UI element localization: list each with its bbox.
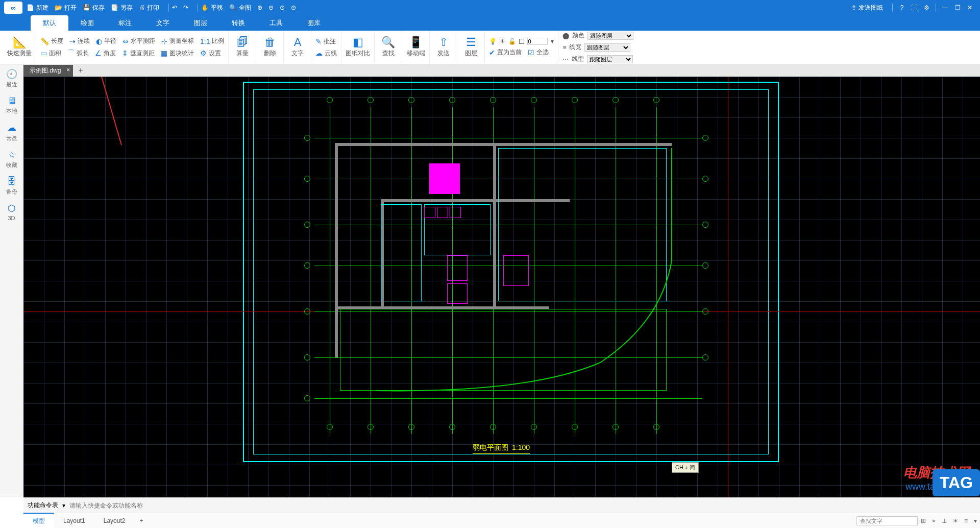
layer-selector[interactable]: 💡☀🔓 ▾ [489, 38, 554, 45]
drawing-canvas[interactable]: 弱电平面图 1:100 CH ♪ 简 电脑技术网 www.tagxp.com T… [23, 77, 980, 497]
scale-button[interactable]: 1:1比例 [200, 37, 224, 45]
quick-measure-button[interactable]: 📐 快速测量 [3, 31, 36, 64]
layout-tab-2[interactable]: Layout2 [94, 514, 135, 527]
sidebar-recent[interactable]: 🕘最近 [6, 68, 17, 88]
add-layout-button[interactable]: + [134, 517, 148, 524]
titlebar-print[interactable]: 🖨打印 [139, 4, 159, 12]
status-polar-icon[interactable]: ✶ [950, 517, 961, 524]
status-snap-icon[interactable]: ⌖ [929, 517, 939, 524]
zoom-in-button[interactable]: ⊕ [257, 4, 262, 11]
sidebar-3d[interactable]: ⬡3D [8, 203, 16, 221]
layer-name-input[interactable] [527, 38, 548, 45]
radius-button[interactable]: ◐半径 [96, 37, 116, 45]
comment-button[interactable]: ✎批注 [315, 37, 336, 46]
continuous-button[interactable]: ⇢连续 [69, 37, 90, 45]
file-tab[interactable]: 示例图.dwg× [23, 65, 73, 77]
tab-draw[interactable]: 绘图 [68, 15, 106, 31]
fullscreen-button[interactable]: ⛶ [908, 4, 920, 11]
zoom-window-icon: ⊙ [280, 4, 285, 11]
color-select[interactable]: 跟随图层 [587, 32, 633, 40]
status-ortho-icon[interactable]: ⊥ [939, 517, 950, 524]
status-grid-icon[interactable]: ⊞ [918, 517, 929, 524]
titlebar-new[interactable]: 📄新建 [27, 4, 48, 12]
find-text-input[interactable] [856, 516, 918, 525]
delete-button[interactable]: 🗑删除 [256, 31, 284, 64]
plan-title: 弱电平面图 1:100 [473, 443, 530, 454]
add-tab-button[interactable]: + [73, 66, 88, 75]
print-icon: 🖨 [139, 4, 145, 11]
cloud-button[interactable]: ☁云线 [315, 49, 337, 58]
command-label[interactable]: 功能命令表 [28, 501, 58, 510]
layout-tab-model[interactable]: 模型 [23, 513, 54, 528]
linetype-icon: ⋯ [562, 56, 569, 63]
text-button[interactable]: A文字 [284, 31, 311, 64]
set-current-button[interactable]: ✔置为当前 [489, 48, 522, 57]
sidebar-local[interactable]: 🖥本地 [6, 95, 17, 115]
hdist-icon: ⇔ [122, 37, 129, 45]
sidebar-cloud[interactable]: ☁云盘 [6, 122, 17, 142]
layer-button[interactable]: ☰图层 [457, 31, 485, 64]
sidebar-favorite[interactable]: ☆收藏 [6, 149, 17, 169]
mobile-button[interactable]: 📱移动端 [402, 31, 430, 64]
angle-button[interactable]: ∠角度 [95, 49, 116, 58]
settings-button[interactable]: ⚙ [920, 4, 933, 11]
tab-text[interactable]: 文字 [144, 15, 182, 31]
titlebar-open[interactable]: 📂打开 [55, 4, 77, 12]
tab-tools[interactable]: 工具 [257, 15, 295, 31]
command-input[interactable] [69, 502, 274, 509]
close-button[interactable]: ✕ [964, 4, 976, 11]
settings-button[interactable]: ⚙设置 [200, 49, 221, 58]
fullscreen-icon: ⛶ [911, 4, 917, 11]
tab-default[interactable]: 默认 [31, 15, 68, 31]
zoom-out-button[interactable]: ⊖ [268, 4, 274, 11]
separator [936, 4, 936, 12]
coord-icon: ⊹ [161, 37, 167, 45]
sidebar-backup[interactable]: 🗄备份 [6, 176, 17, 196]
status-more-icon[interactable]: ▾ [971, 517, 980, 524]
lineweight-select[interactable]: 跟随图层 [584, 43, 630, 52]
chevron-down-icon[interactable]: ▾ [551, 38, 554, 45]
vdist-button[interactable]: ⇕垂直测距 [122, 49, 155, 58]
blockstat-button[interactable]: ▦图块统计 [161, 49, 194, 58]
close-tab-icon[interactable]: × [66, 66, 70, 74]
tab-annotation[interactable]: 标注 [106, 15, 144, 31]
help-button[interactable]: ? [896, 4, 908, 11]
fit-button[interactable]: 🔍全图 [229, 4, 251, 12]
tab-layer[interactable]: 图层 [182, 15, 219, 31]
layout-tab-1[interactable]: Layout1 [54, 514, 94, 527]
zoom-reset-button[interactable]: ⊝ [291, 4, 296, 11]
tab-convert[interactable]: 转换 [219, 15, 257, 31]
select-all-button[interactable]: ☑全选 [528, 48, 549, 57]
chevron-down-icon[interactable]: ▾ [62, 502, 65, 509]
calc-icon: 🗐 [237, 37, 248, 48]
compare-icon: ◧ [353, 37, 363, 48]
redo-button[interactable]: ↷ [183, 4, 188, 11]
titlebar-saveas[interactable]: 📑另存 [111, 4, 133, 12]
area-button[interactable]: ▭面积 [40, 49, 61, 58]
calc-button[interactable]: 🗐算量 [229, 31, 256, 64]
compare-button[interactable]: ◧图纸对比 [341, 31, 375, 64]
send-drawing-button[interactable]: ⇪发送图纸 [851, 4, 883, 12]
length-button[interactable]: 📏长度 [40, 37, 63, 45]
status-lineweight-icon[interactable]: ≡ [961, 517, 971, 524]
star-icon: ☆ [8, 149, 16, 160]
find-button[interactable]: 🔍查找 [375, 31, 402, 64]
pan-button[interactable]: ✋平移 [201, 4, 223, 12]
command-bar: 功能命令表▾ [23, 497, 980, 513]
send-button[interactable]: ⇧发送 [430, 31, 457, 64]
hdist-button[interactable]: ⇔水平测距 [122, 37, 155, 45]
zoom-window-button[interactable]: ⊙ [280, 4, 285, 11]
minimize-button[interactable]: — [939, 4, 951, 11]
titlebar-save[interactable]: 💾保存 [83, 4, 105, 12]
linetype-select[interactable]: 跟随图层 [587, 55, 633, 63]
bulb-icon: 💡 [489, 38, 497, 45]
ruler-icon: 📏 [40, 37, 49, 45]
maximize-button[interactable]: ❐ [951, 4, 964, 11]
cloud-icon: ☁ [315, 49, 323, 57]
angle-icon: ∠ [95, 49, 102, 57]
tab-library[interactable]: 图库 [295, 15, 333, 31]
undo-button[interactable]: ↶ [172, 4, 177, 11]
send-icon: ⇧ [439, 37, 448, 48]
coord-button[interactable]: ⊹测量坐标 [161, 37, 194, 45]
arc-button[interactable]: ⌒弧长 [67, 49, 89, 58]
